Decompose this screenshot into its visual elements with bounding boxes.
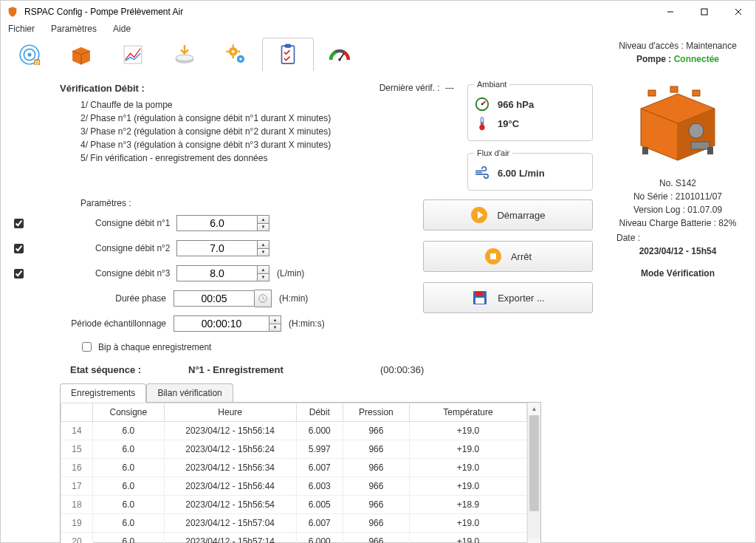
tool-tab-target[interactable]: @ xyxy=(4,38,55,71)
verification-step: 3/ Phase n°2 (régulation à consigne débi… xyxy=(80,125,343,138)
col-pression: Pression xyxy=(343,403,409,422)
table-scrollbar[interactable]: ▲ ▼ xyxy=(527,403,540,543)
consigne3-checkbox[interactable] xyxy=(14,269,24,279)
menubar: Fichier Paramètres Aide xyxy=(1,23,755,35)
table-row[interactable]: 156.02023/04/12 - 15h56:245.997966+19.0 xyxy=(61,440,527,459)
phase-duration-clock-button[interactable] xyxy=(255,290,272,307)
tool-tab-settings[interactable] xyxy=(210,38,262,71)
svg-rect-33 xyxy=(475,291,483,296)
svg-point-38 xyxy=(689,123,704,138)
phase-duration-input[interactable] xyxy=(173,290,255,307)
start-button[interactable]: Démarrage xyxy=(423,199,593,230)
last-check-value: --- xyxy=(445,83,454,93)
beep-checkbox[interactable] xyxy=(82,342,92,352)
right-panel: Niveau d'accès : Maintenance Pompe : Con… xyxy=(600,35,755,543)
sampling-input[interactable] xyxy=(173,315,269,332)
svg-rect-35 xyxy=(648,90,656,96)
menu-help[interactable]: Aide xyxy=(111,23,132,35)
access-label: Niveau d'accès : xyxy=(619,41,684,51)
consigne2-checkbox[interactable] xyxy=(14,244,24,253)
table-row[interactable]: 176.02023/04/12 - 15h56:446.003966+19.0 xyxy=(61,477,527,496)
svg-rect-19 xyxy=(282,46,295,64)
recordings-table: Consigne Heure Débit Pression Températur… xyxy=(61,403,527,543)
beep-label: Bip à chaque enregistrement xyxy=(98,342,211,352)
col-heure: Heure xyxy=(164,403,296,422)
svg-point-10 xyxy=(176,55,193,61)
tab-report[interactable]: Bilan vérification xyxy=(146,383,233,403)
state-label: Etat séquence : xyxy=(70,364,188,375)
svg-point-12 xyxy=(232,50,235,53)
airflow-legend: Flux d'air xyxy=(474,148,512,157)
window-maximize-button[interactable] xyxy=(687,1,721,23)
tool-tab-chart[interactable] xyxy=(107,38,159,71)
table-row[interactable]: 146.02023/04/12 - 15h56:146.000966+19.0 xyxy=(61,422,527,440)
consigne2-input[interactable] xyxy=(176,240,258,256)
mode-label: Mode Vérification xyxy=(641,268,715,279)
state-elapsed: (00:00:36) xyxy=(380,364,424,375)
consigne1-checkbox[interactable] xyxy=(14,219,24,228)
date-label: Date : xyxy=(603,233,752,243)
table-row[interactable]: 196.02023/04/12 - 15h57:046.007966+19.0 xyxy=(61,514,527,533)
access-value: Maintenance xyxy=(686,41,737,51)
svg-rect-34 xyxy=(475,298,484,304)
window-close-button[interactable] xyxy=(721,1,755,23)
flow-unit: (L/min) xyxy=(277,268,304,279)
menu-file[interactable]: Fichier xyxy=(7,23,36,35)
consigne2-spinner[interactable]: ▲▼ xyxy=(258,240,269,256)
disk-arrow-icon xyxy=(172,42,197,67)
stop-button[interactable]: Arrêt xyxy=(423,241,593,272)
svg-text:@: @ xyxy=(35,60,40,65)
svg-rect-40 xyxy=(642,147,648,154)
sampling-label: Période échantillonnage xyxy=(8,318,173,329)
verification-step: 5/ Fin vérification - enregistrement des… xyxy=(80,151,343,165)
box-icon xyxy=(69,42,94,67)
play-icon xyxy=(470,206,488,224)
tab-recordings[interactable]: Enregistrements xyxy=(60,383,146,403)
col-consigne: Consigne xyxy=(93,403,165,422)
svg-rect-31 xyxy=(490,253,496,259)
battery-label: Niveau Charge Batterie : xyxy=(619,218,716,228)
sampling-spinner[interactable]: ▲▼ xyxy=(269,315,281,332)
start-button-label: Démarrage xyxy=(497,210,545,221)
stop-icon xyxy=(484,247,502,265)
consigne3-spinner[interactable]: ▲▼ xyxy=(258,265,269,281)
verification-steps: 1/ Chauffe de la pompe 2/ Phase n°1 (rég… xyxy=(80,98,343,165)
pump-image xyxy=(626,79,729,168)
scroll-up-icon[interactable]: ▲ xyxy=(528,403,540,415)
svg-rect-20 xyxy=(285,44,292,48)
window-minimize-button[interactable] xyxy=(653,1,687,23)
export-button[interactable]: Exporter ... xyxy=(423,282,593,313)
table-row[interactable]: 206.02023/04/12 - 15h57:146.000966+19.0 xyxy=(61,533,527,544)
datetime-value: 2023/04/12 - 15h54 xyxy=(639,246,717,256)
gauge-icon xyxy=(327,42,352,67)
serial-label: No Série : xyxy=(633,191,673,202)
tool-tab-gauge[interactable] xyxy=(314,38,365,71)
floppy-icon xyxy=(471,289,489,307)
version-label: Version Log : xyxy=(633,205,685,215)
tool-tab-box[interactable] xyxy=(55,38,107,71)
clock-icon xyxy=(258,293,268,304)
phase-duration-unit: (H:min) xyxy=(279,293,308,304)
menu-settings[interactable]: Paramètres xyxy=(49,23,98,35)
chart-icon xyxy=(120,42,145,67)
consigne1-input[interactable] xyxy=(176,215,258,231)
table-row[interactable]: 166.02023/04/12 - 15h56:346.007966+19.0 xyxy=(61,459,527,477)
export-button-label: Exporter ... xyxy=(498,293,545,304)
tool-tab-download[interactable] xyxy=(159,38,210,71)
target-icon: @ xyxy=(17,42,42,67)
pump-label: Pompe : xyxy=(636,54,671,64)
scroll-down-icon[interactable]: ▼ xyxy=(528,539,540,543)
consigne3-input[interactable] xyxy=(176,265,258,281)
pressure-value: 966 hPa xyxy=(498,99,534,110)
phase-duration-label: Durée phase xyxy=(8,293,173,304)
svg-rect-36 xyxy=(670,86,678,92)
consigne1-spinner[interactable]: ▲▼ xyxy=(258,215,269,231)
tool-tab-checklist[interactable] xyxy=(262,38,314,71)
verification-step: 2/ Phase n°1 (régulation à consigne débi… xyxy=(80,112,343,125)
battery-value: 82% xyxy=(718,218,736,228)
table-row[interactable]: 186.02023/04/12 - 15h56:546.005966+18.9 xyxy=(61,496,527,514)
serial-value: 2101011/07 xyxy=(676,191,722,202)
pressure-icon xyxy=(474,96,490,112)
window-title: RSPAC Config - Pompe Prélèvement Air xyxy=(24,7,653,17)
svg-rect-1 xyxy=(701,9,707,15)
